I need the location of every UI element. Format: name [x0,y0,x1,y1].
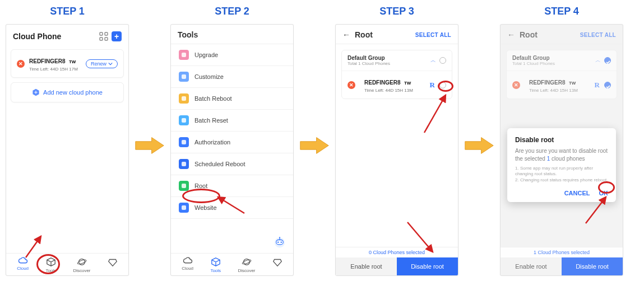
tool-website[interactable]: Website [171,197,293,219]
svg-rect-9 [182,74,186,79]
tool-customize-icon [179,72,189,82]
modal-ok-button[interactable]: OK [599,190,609,196]
grid-view-icon[interactable] [99,32,108,41]
step-4-screen: ← Root SELECT ALL Default Group Total 1 … [500,24,623,276]
nav-discover[interactable]: Discover [238,257,255,273]
enable-root-button[interactable]: Enable root [336,257,397,275]
step-4-block: STEP 4 ← Root SELECT ALL Default Group T… [500,6,623,276]
bottom-nav: Cloud Tools Discover [6,253,128,275]
svg-point-23 [242,259,251,265]
disable-root-button[interactable]: Disable root [397,257,458,275]
tool-root[interactable]: Root [171,175,293,197]
modal-notes: 1. Some app may not run properly after c… [515,166,608,183]
diamond-icon [272,257,282,267]
tool-label: Customize [194,73,224,80]
tool-authorization-icon [179,137,189,147]
tool-batch-reset-icon [179,115,189,125]
step-2-block: STEP 2 Tools UpgradeCustomizeBatch Reboo… [170,6,294,276]
select-all-button[interactable]: SELECT ALL [415,32,451,38]
assistant-bot-icon[interactable] [272,234,288,250]
svg-rect-13 [182,162,186,166]
region-badge: TW [404,81,411,86]
group-select-radio[interactable] [604,57,611,64]
modal-cancel-button[interactable]: CANCEL [564,190,590,196]
svg-point-21 [279,237,280,238]
nav-cloud[interactable]: Cloud [182,257,193,273]
step-1-screen: Cloud Phone + ✕ REDFINGER8 TW Time Left:… [6,24,129,276]
tool-label: Upgrade [194,51,218,58]
add-icon[interactable]: + [112,31,122,41]
time-left: Time Left: 44D 15H 13M [529,88,590,93]
renew-button[interactable]: Renew [86,59,118,68]
device-row[interactable]: ✕ REDFINGER8 TW Time Left: 44D 15H 13M R [507,71,617,99]
modal-title: Disable root [515,136,608,144]
group-count: Total 1 Cloud Phones [512,61,555,66]
step-arrow-3 [464,134,494,157]
group-select-radio[interactable] [439,57,446,64]
screen-title: Cloud Phone [13,32,61,41]
step-3-block: STEP 3 ← Root SELECT ALL Default Group T… [335,6,458,276]
svg-rect-10 [182,96,186,101]
footer-bar: 0 Cloud Phones selected Enable root Disa… [336,247,458,275]
modal-body: Are you sure you want to disable root th… [515,147,608,162]
tool-website-icon [179,203,189,213]
group-header[interactable]: Default Group Total 1 Cloud Phones ︿ [507,50,617,71]
disable-root-button[interactable]: Disable root [562,257,623,275]
step-1-label: STEP 1 [50,6,85,17]
tool-label: Root [194,182,207,189]
back-icon[interactable]: ← [342,30,350,39]
device-select-radio[interactable] [439,82,446,88]
bottom-nav: Cloud Tools Discover [171,253,293,275]
tool-batch-reset[interactable]: Batch Reset [171,110,293,132]
nav-mine[interactable] [272,257,282,273]
group-header[interactable]: Default Group Total 1 Cloud Phones ︿ [342,50,452,71]
planet-icon [242,257,252,267]
step-2-screen: Tools UpgradeCustomizeBatch RebootBatch … [170,24,294,276]
tool-scheduled-reboot-icon [179,159,189,169]
select-all-button[interactable]: SELECT ALL [580,32,616,38]
tool-batch-reboot[interactable]: Batch Reboot [171,88,293,110]
screen-title: Tools [178,30,198,39]
add-cloud-phone-button[interactable]: Add new cloud phone [11,82,124,102]
device-select-radio[interactable] [604,82,611,88]
nav-mine[interactable] [108,257,118,273]
status-error-icon: ✕ [348,81,355,89]
device-group-card: Default Group Total 1 Cloud Phones ︿ ✕ [506,50,617,99]
tool-upgrade[interactable]: Upgrade [171,44,293,66]
back-icon[interactable]: ← [507,30,515,39]
tool-label: Batch Reboot [194,95,232,102]
device-name: REDFINGER8 [29,58,65,64]
svg-rect-15 [182,205,186,210]
nav-cloud[interactable]: Cloud [17,257,29,273]
nav-discover[interactable]: Discover [73,257,90,273]
time-left: Time Left: 44D 15H 13M [364,88,425,93]
nav-tools[interactable]: Tools [210,257,221,273]
planet-icon [77,257,87,267]
device-row[interactable]: ✕ REDFINGER8 TW Time Left: 44D 15H 13M R [342,71,452,99]
tool-customize[interactable]: Customize [171,66,293,88]
cloud-phone-card[interactable]: ✕ REDFINGER8 TW Time Left: 44D 15H 17M R… [11,49,124,78]
svg-point-19 [281,241,282,243]
svg-rect-14 [182,184,186,188]
root-status-icon: R [430,81,435,90]
plus-hex-icon [32,88,40,96]
cloud-icon [183,257,193,265]
cube-icon [211,257,221,267]
disable-root-modal: Disable root Are you sure you want to di… [507,128,616,202]
enable-root-button[interactable]: Enable root [501,257,562,275]
svg-rect-3 [105,38,108,40]
nav-tools[interactable]: Tools [45,257,56,273]
diamond-icon [108,257,118,267]
step-arrow-2 [299,134,330,157]
tool-upgrade-icon [179,50,189,60]
chevron-up-icon: ︿ [430,57,436,64]
time-left: Time Left: 44D 15H 17M [29,67,86,72]
tool-authorization[interactable]: Authorization [171,132,293,153]
tool-scheduled-reboot[interactable]: Scheduled Reboot [171,153,293,175]
svg-rect-12 [182,140,186,144]
tools-list: UpgradeCustomizeBatch RebootBatch ResetA… [171,44,293,253]
device-name: REDFINGER8 [364,79,400,86]
region-badge: TW [69,59,76,64]
chevron-up-icon: ︿ [595,57,601,64]
tool-batch-reboot-icon [179,93,189,104]
